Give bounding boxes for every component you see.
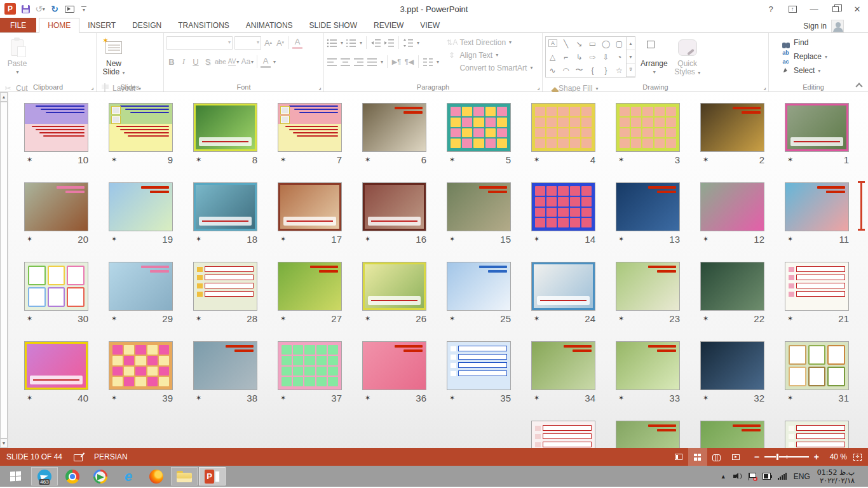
scrollbar-thumb[interactable] — [0, 102, 8, 438]
slide-thumbnail-22[interactable] — [700, 262, 764, 311]
slide-thumbnail-39[interactable] — [109, 341, 173, 390]
shapes-scroll-up[interactable]: ▲ — [627, 37, 635, 50]
select-button[interactable]: Select▾ — [780, 65, 848, 76]
minimize-button[interactable]: — — [803, 0, 825, 18]
justify-icon[interactable] — [367, 57, 377, 67]
new-slide-button[interactable]: New Slide ▾ — [99, 35, 128, 81]
slide-thumbnail-4[interactable] — [531, 103, 595, 152]
slide-thumbnail-41[interactable] — [785, 421, 849, 448]
zoom-slider[interactable] — [764, 456, 809, 458]
slide-thumbnail-44[interactable] — [531, 421, 595, 448]
close-button[interactable]: ✕ — [846, 0, 868, 18]
underline-button[interactable]: U — [191, 55, 201, 68]
tab-design[interactable]: DESIGN — [124, 18, 170, 32]
shape-rounded-rectangle-icon[interactable]: ▢ — [613, 37, 626, 50]
slide-thumbnail-8[interactable] — [193, 103, 257, 152]
shape-elbow-arrow-icon[interactable]: ↳ — [573, 50, 586, 64]
account-avatar[interactable] — [831, 20, 844, 32]
slide-thumbnail-38[interactable] — [193, 341, 257, 390]
slide-thumbnail-20[interactable] — [24, 182, 88, 231]
scroll-up-arrow[interactable]: ▲ — [0, 92, 8, 102]
bullets-icon[interactable] — [327, 38, 337, 48]
taskbar-firefox[interactable] — [143, 467, 170, 485]
font-name-combo[interactable] — [166, 36, 233, 50]
zoom-slider-thumb[interactable] — [776, 453, 779, 461]
strikethrough-button[interactable]: abc — [215, 55, 226, 68]
slide-thumbnail-11[interactable] — [785, 182, 849, 231]
slide-thumbnail-5[interactable] — [447, 103, 511, 152]
shape-text-box-icon[interactable]: A — [548, 39, 557, 47]
slide-thumbnail-18[interactable] — [193, 182, 257, 231]
network-signal-icon[interactable] — [778, 473, 787, 480]
slide-thumbnail-17[interactable] — [278, 182, 342, 231]
font-dialog-launcher[interactable]: ⌟ — [319, 84, 322, 90]
help-button[interactable]: ? — [760, 0, 782, 18]
slide-thumbnail-10[interactable] — [24, 103, 88, 152]
shape-rectangle-icon[interactable]: ▭ — [586, 37, 599, 50]
shapes-more-button[interactable]: ⊽ — [627, 64, 635, 77]
redo-button[interactable]: ↻ — [50, 3, 60, 15]
clear-formatting-button[interactable]: A — [292, 36, 302, 49]
tab-view[interactable]: VIEW — [412, 18, 448, 32]
customize-qat-button[interactable]: ▾ — [79, 3, 89, 15]
clipboard-dialog-launcher[interactable]: ⌟ — [92, 84, 94, 90]
numbering-icon[interactable] — [346, 38, 356, 48]
font-size-combo[interactable] — [234, 36, 261, 50]
align-left-icon[interactable] — [327, 57, 337, 67]
save-button[interactable] — [20, 3, 31, 15]
slide-thumbnail-43[interactable] — [616, 421, 680, 448]
left-to-right-icon[interactable]: ▶¶ — [391, 55, 402, 68]
tab-slide-show[interactable]: SLIDE SHOW — [301, 18, 365, 32]
text-shadow-button[interactable]: S — [203, 55, 213, 68]
taskbar-idm[interactable] — [87, 467, 114, 485]
shapes-gallery[interactable]: A╲↘▭◯▢△⌐↳⇨⇩◔∿◠〜{}☆ ▲ ▼ ⊽ — [545, 36, 635, 78]
slide-thumbnail-30[interactable] — [24, 262, 88, 311]
slide-sorter-view-button[interactable] — [688, 448, 707, 466]
shape-right-brace-icon[interactable]: } — [599, 64, 613, 77]
shape-right-arrow-icon[interactable]: ⇨ — [586, 50, 599, 64]
font-color-button[interactable]: A — [261, 55, 271, 68]
undo-button[interactable]: ↺▾ — [35, 3, 45, 15]
taskbar-internet-explorer[interactable]: e — [115, 467, 142, 485]
slide-thumbnail-1[interactable] — [785, 103, 849, 152]
shape-triangle-icon[interactable]: △ — [546, 50, 559, 64]
line-spacing-icon[interactable] — [403, 38, 414, 48]
increase-indent-icon[interactable] — [384, 38, 395, 48]
slide-thumbnail-24[interactable] — [531, 262, 595, 311]
grow-font-button[interactable]: A▴ — [263, 36, 273, 49]
slide-thumbnail-33[interactable] — [616, 341, 680, 390]
slide-thumbnail-12[interactable] — [700, 182, 764, 231]
reading-view-button[interactable] — [707, 448, 726, 466]
shapes-scroll-down[interactable]: ▼ — [627, 50, 635, 64]
paste-button[interactable]: Paste▾ — [3, 35, 32, 81]
shape-scribble-icon[interactable]: ∿ — [546, 64, 559, 77]
shape-elbow-connector-icon[interactable]: ⌐ — [559, 50, 573, 64]
taskbar-powerpoint[interactable] — [199, 467, 226, 485]
shape-oval-icon[interactable]: ◯ — [599, 37, 613, 50]
spell-check-icon[interactable] — [74, 454, 83, 461]
slide-thumbnail-6[interactable] — [362, 103, 426, 152]
shrink-font-button[interactable]: A▾ — [275, 36, 285, 49]
slide-thumbnail-26[interactable] — [362, 262, 426, 311]
slide-thumbnail-23[interactable] — [616, 262, 680, 311]
start-slideshow-button[interactable] — [64, 3, 74, 15]
slide-thumbnail-21[interactable] — [785, 262, 849, 311]
slide-thumbnail-19[interactable] — [109, 182, 173, 231]
volume-icon[interactable] — [733, 473, 742, 480]
tab-animations[interactable]: ANIMATIONS — [238, 18, 301, 32]
tab-review[interactable]: REVIEW — [365, 18, 412, 32]
shape-left-brace-icon[interactable]: { — [586, 64, 599, 77]
slide-thumbnail-35[interactable] — [447, 341, 511, 390]
bold-button[interactable]: B — [166, 55, 177, 68]
slide-thumbnail-9[interactable] — [109, 103, 173, 152]
slide-thumbnail-31[interactable] — [785, 341, 849, 390]
italic-button[interactable]: I — [179, 55, 189, 68]
shape-arc-icon[interactable]: ◠ — [559, 64, 573, 77]
collapse-ribbon-button[interactable] — [857, 83, 862, 88]
shape-down-arrow-icon[interactable]: ⇩ — [599, 50, 613, 64]
slide-counter[interactable]: SLIDE 10 OF 44 — [6, 452, 62, 461]
drawing-dialog-launcher[interactable]: ⌟ — [764, 84, 766, 90]
normal-view-button[interactable] — [669, 448, 688, 466]
taskbar-file-explorer[interactable] — [171, 467, 198, 485]
ribbon-display-options-button[interactable]: ↑ — [782, 0, 803, 18]
